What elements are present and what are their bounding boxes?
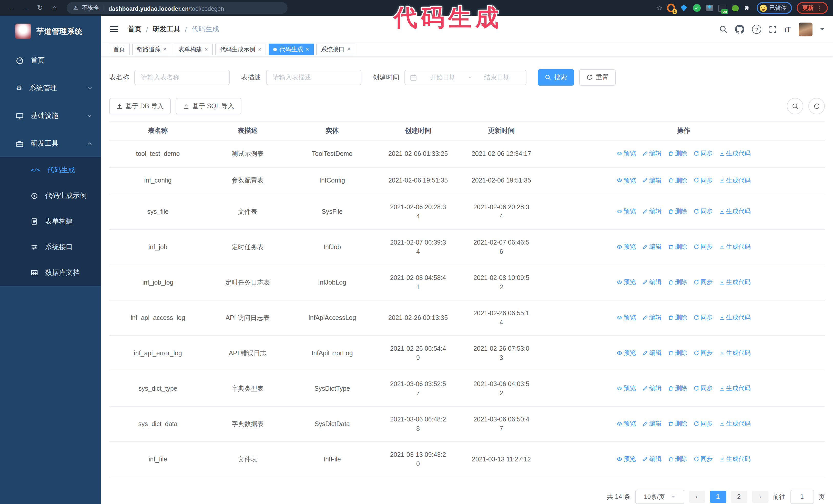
- orange-extension-icon[interactable]: 1: [667, 4, 675, 12]
- action-sync-link[interactable]: 同步: [693, 242, 713, 251]
- close-icon[interactable]: ×: [163, 46, 167, 52]
- github-icon[interactable]: [735, 25, 744, 34]
- page-button-1[interactable]: 1: [710, 491, 726, 503]
- action-delete-link[interactable]: 删除: [668, 207, 687, 216]
- action-delete-link[interactable]: 删除: [668, 149, 687, 158]
- action-edit-link[interactable]: 编辑: [642, 419, 662, 428]
- browser-home-icon[interactable]: ⌂: [48, 0, 61, 16]
- search-button[interactable]: 搜索: [538, 69, 574, 86]
- action-download-link[interactable]: 生成代码: [719, 455, 751, 464]
- breadcrumb-home[interactable]: 首页: [128, 25, 142, 34]
- hamburger-icon[interactable]: [110, 26, 118, 32]
- action-delete-link[interactable]: 删除: [668, 278, 687, 287]
- action-delete-link[interactable]: 删除: [668, 455, 687, 464]
- action-sync-link[interactable]: 同步: [693, 207, 713, 216]
- action-sync-link[interactable]: 同步: [693, 313, 713, 322]
- refresh-table-button[interactable]: [808, 98, 825, 114]
- menu-dots-icon[interactable]: ⋮: [816, 4, 822, 11]
- action-edit-link[interactable]: 编辑: [642, 349, 662, 358]
- font-size-icon[interactable]: tT: [785, 25, 791, 34]
- sidebar-item-2[interactable]: ⚙系统管理: [0, 74, 101, 102]
- browser-reload-icon[interactable]: ↻: [34, 0, 46, 16]
- action-eye-link[interactable]: 预览: [616, 242, 636, 251]
- close-icon[interactable]: ×: [258, 46, 261, 52]
- action-edit-link[interactable]: 编辑: [642, 207, 662, 216]
- browser-back-icon[interactable]: ←: [5, 0, 18, 16]
- close-icon[interactable]: ×: [347, 46, 351, 52]
- prev-page-button[interactable]: ‹: [689, 491, 705, 503]
- address-bar[interactable]: ⚠ 不安全 dashboard.yudao.iocoder.cn/tool/co…: [67, 2, 288, 14]
- next-page-button[interactable]: ›: [752, 491, 768, 503]
- action-sync-link[interactable]: 同步: [693, 175, 713, 185]
- tag-1[interactable]: 首页: [109, 43, 130, 55]
- action-delete-link[interactable]: 删除: [668, 419, 687, 428]
- action-download-link[interactable]: 生成代码: [719, 313, 751, 322]
- action-delete-link[interactable]: 删除: [668, 384, 687, 393]
- tag-3[interactable]: 表单构建×: [174, 43, 213, 55]
- action-delete-link[interactable]: 删除: [668, 242, 687, 251]
- sidebar-item-1[interactable]: 首页: [0, 47, 101, 74]
- action-eye-link[interactable]: 预览: [616, 313, 636, 322]
- action-eye-link[interactable]: 预览: [616, 419, 636, 428]
- import-sql-button[interactable]: 基于 SQL 导入: [176, 98, 241, 114]
- fullscreen-icon[interactable]: [769, 25, 777, 33]
- action-eye-link[interactable]: 预览: [616, 175, 636, 185]
- action-download-link[interactable]: 生成代码: [719, 278, 751, 287]
- action-delete-link[interactable]: 删除: [668, 313, 687, 322]
- app-logo[interactable]: 芋道管理系统: [0, 16, 101, 47]
- action-download-link[interactable]: 生成代码: [719, 419, 751, 428]
- sidebar-item-4[interactable]: 研发工具: [0, 130, 101, 158]
- green-check-extension-icon[interactable]: ✓: [693, 4, 701, 12]
- action-edit-link[interactable]: 编辑: [642, 313, 662, 322]
- sidebar-item-3[interactable]: 基础设施: [0, 102, 101, 130]
- action-sync-link[interactable]: 同步: [693, 278, 713, 287]
- show-search-button[interactable]: [787, 98, 803, 114]
- date-range-picker[interactable]: 开始日期 - 结束日期: [404, 70, 526, 85]
- action-download-link[interactable]: 生成代码: [719, 149, 751, 158]
- action-delete-link[interactable]: 删除: [668, 349, 687, 358]
- action-download-link[interactable]: 生成代码: [719, 207, 751, 216]
- action-download-link[interactable]: 生成代码: [719, 242, 751, 251]
- breadcrumb-devtools[interactable]: 研发工具: [153, 25, 181, 34]
- submenu-item-2[interactable]: 代码生成示例: [0, 183, 101, 209]
- table-name-input[interactable]: [134, 70, 230, 85]
- action-delete-link[interactable]: 删除: [668, 175, 687, 185]
- tag-2[interactable]: 链路追踪×: [132, 43, 171, 55]
- action-sync-link[interactable]: 同步: [693, 384, 713, 393]
- action-edit-link[interactable]: 编辑: [642, 278, 662, 287]
- goto-page-input[interactable]: [790, 490, 814, 504]
- action-sync-link[interactable]: 同步: [693, 349, 713, 358]
- action-edit-link[interactable]: 编辑: [642, 455, 662, 464]
- action-edit-link[interactable]: 编辑: [642, 242, 662, 251]
- submenu-item-3[interactable]: 表单构建: [0, 209, 101, 234]
- dark-on-extension-icon[interactable]: on: [718, 4, 727, 12]
- browser-update-button[interactable]: 更新 ⋮: [796, 2, 828, 14]
- tag-6[interactable]: 系统接口×: [316, 43, 355, 55]
- puzzle-extensions-icon[interactable]: [744, 4, 752, 12]
- action-edit-link[interactable]: 编辑: [642, 384, 662, 393]
- action-eye-link[interactable]: 预览: [616, 455, 636, 464]
- tag-4[interactable]: 代码生成示例×: [215, 43, 266, 55]
- import-db-button[interactable]: 基于 DB 导入: [109, 98, 171, 114]
- page-size-select[interactable]: 10条/页: [635, 490, 684, 504]
- page-button-2[interactable]: 2: [731, 491, 747, 503]
- grid-extension-icon[interactable]: [705, 4, 714, 12]
- help-icon[interactable]: ?: [752, 25, 761, 34]
- action-download-link[interactable]: 生成代码: [719, 175, 751, 185]
- submenu-item-4[interactable]: 系统接口: [0, 234, 101, 260]
- user-avatar[interactable]: [799, 22, 812, 36]
- paused-extension-pill[interactable]: 已暂停: [757, 2, 792, 14]
- action-eye-link[interactable]: 预览: [616, 149, 636, 158]
- green-animal-extension-icon[interactable]: [731, 4, 739, 12]
- browser-forward-icon[interactable]: →: [20, 0, 32, 16]
- close-icon[interactable]: ×: [306, 46, 309, 52]
- reset-button[interactable]: 重置: [579, 69, 616, 86]
- blue-gem-extension-icon[interactable]: [680, 4, 688, 12]
- action-sync-link[interactable]: 同步: [693, 419, 713, 428]
- submenu-item-1[interactable]: </>代码生成: [0, 158, 101, 183]
- action-eye-link[interactable]: 预览: [616, 384, 636, 393]
- action-sync-link[interactable]: 同步: [693, 149, 713, 158]
- caret-down-icon[interactable]: [820, 28, 824, 32]
- action-download-link[interactable]: 生成代码: [719, 349, 751, 358]
- bookmark-star-icon[interactable]: ☆: [657, 4, 662, 12]
